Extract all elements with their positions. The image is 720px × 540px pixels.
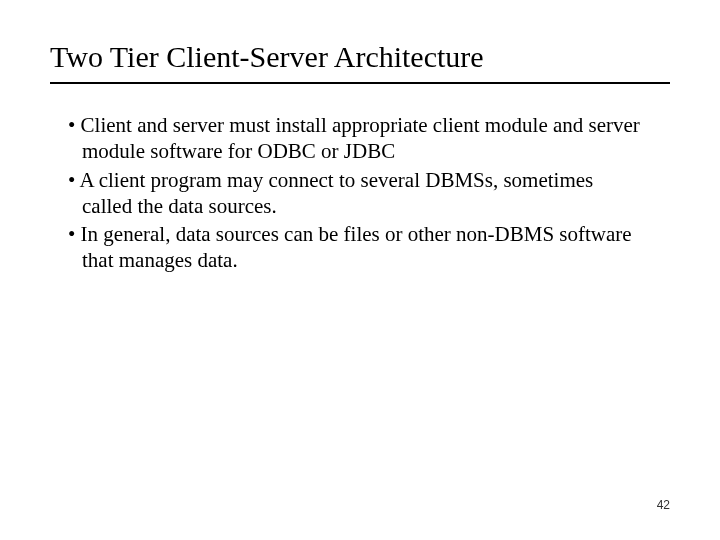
list-item: • In general, data sources can be files …: [68, 221, 640, 274]
list-item: • Client and server must install appropr…: [68, 112, 640, 165]
slide-title: Two Tier Client-Server Architecture: [50, 40, 670, 84]
bullet-text: In general, data sources can be files or…: [81, 222, 632, 272]
page-number: 42: [657, 498, 670, 512]
bullet-list: • Client and server must install appropr…: [50, 112, 670, 274]
bullet-text: Client and server must install appropria…: [81, 113, 640, 163]
bullet-marker: •: [68, 113, 81, 137]
list-item: • A client program may connect to severa…: [68, 167, 640, 220]
bullet-marker: •: [68, 168, 79, 192]
bullet-marker: •: [68, 222, 81, 246]
bullet-text: A client program may connect to several …: [79, 168, 593, 218]
